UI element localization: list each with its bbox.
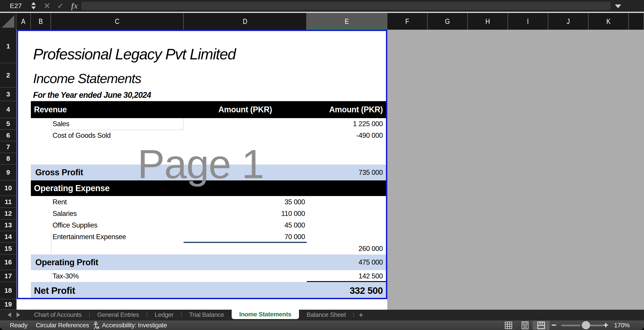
row-header-11[interactable]: 11 bbox=[0, 196, 16, 208]
column-letter: H bbox=[486, 17, 490, 26]
column-letter: C bbox=[115, 17, 119, 26]
column-letter: J bbox=[567, 17, 570, 26]
row-header-8[interactable]: 8 bbox=[0, 153, 16, 165]
sheet-grid[interactable]: Professional Legacy Pvt Limited Income S… bbox=[0, 30, 644, 310]
zoom-in-button[interactable]: + bbox=[603, 321, 608, 330]
row-header-17[interactable]: 17 bbox=[0, 270, 16, 282]
cancel-icon[interactable]: ✕ bbox=[44, 0, 50, 12]
status-circular-references[interactable]: Circular References bbox=[36, 321, 89, 330]
excel-window: E27 ✕ ✓ fx ABCDEFGHIJK Professional Lega… bbox=[0, 0, 644, 330]
column-header-partial[interactable] bbox=[629, 13, 644, 30]
column-header-H[interactable]: H bbox=[468, 13, 508, 30]
zoom-slider-thumb[interactable] bbox=[582, 321, 590, 329]
tabs-scroll-left-icon[interactable] bbox=[8, 312, 11, 317]
column-header-E[interactable]: E bbox=[307, 13, 387, 30]
row-header-5[interactable]: 5 bbox=[0, 118, 16, 130]
column-letter: A bbox=[21, 17, 26, 26]
row-header-7[interactable]: 7 bbox=[0, 141, 16, 153]
name-box[interactable]: E27 bbox=[0, 0, 40, 12]
sheet-tab-bar: Chart of AccountsGeneral EntriesLedgerTr… bbox=[0, 310, 644, 320]
status-ready: Ready bbox=[10, 321, 27, 330]
column-letter: I bbox=[527, 17, 529, 26]
column-letter: G bbox=[445, 17, 450, 26]
column-header-D[interactable]: D bbox=[184, 13, 307, 30]
row-header-9[interactable]: 9 bbox=[0, 165, 16, 180]
row-header-12[interactable]: 12 bbox=[0, 208, 16, 219]
formula-bar: E27 ✕ ✓ fx bbox=[0, 0, 644, 12]
column-headers: ABCDEFGHIJK bbox=[0, 13, 644, 30]
row-header-6[interactable]: 6 bbox=[0, 130, 16, 141]
normal-view-icon[interactable] bbox=[504, 321, 512, 329]
page-layout-view-icon[interactable] bbox=[521, 321, 529, 329]
column-letter: F bbox=[405, 17, 409, 26]
row-header-16[interactable]: 16 bbox=[0, 255, 16, 270]
accessibility-icon bbox=[92, 321, 100, 330]
add-sheet-button[interactable]: + bbox=[354, 310, 368, 320]
status-bar: Ready Circular References Accessibility:… bbox=[0, 320, 644, 330]
column-letter: K bbox=[606, 17, 611, 26]
column-header-G[interactable]: G bbox=[428, 13, 468, 30]
row-header-1[interactable]: 1 bbox=[0, 30, 16, 63]
zoom-out-button[interactable]: − bbox=[552, 321, 556, 330]
select-all-corner[interactable] bbox=[0, 13, 16, 30]
column-header-I[interactable]: I bbox=[508, 13, 548, 30]
column-header-K[interactable]: K bbox=[588, 13, 629, 30]
page-break-border bbox=[17, 30, 387, 299]
column-header-F[interactable]: F bbox=[387, 13, 428, 30]
sheet-tabs: Chart of AccountsGeneral EntriesLedgerTr… bbox=[26, 310, 368, 320]
row-header-4[interactable]: 4 bbox=[0, 101, 16, 118]
select-all-triangle-icon bbox=[2, 15, 14, 28]
row-header-10[interactable]: 10 bbox=[0, 180, 16, 196]
column-letter: B bbox=[39, 17, 43, 26]
column-letter: E bbox=[345, 17, 349, 26]
column-header-A[interactable]: A bbox=[16, 13, 31, 30]
spinner-up-icon[interactable] bbox=[31, 2, 36, 5]
sheet-tab-trial-balance[interactable]: Trial Balance bbox=[182, 310, 232, 320]
sheet-tab-balance-sheet[interactable]: Balance Sheet bbox=[299, 310, 354, 320]
column-header-B[interactable]: B bbox=[31, 13, 51, 30]
tabs-scroll-right-icon[interactable] bbox=[16, 312, 20, 317]
sheet-tab-chart-of-accounts[interactable]: Chart of Accounts bbox=[26, 310, 89, 320]
row-header-3[interactable]: 3 bbox=[0, 88, 16, 101]
name-box-spinner[interactable] bbox=[31, 2, 36, 9]
row-header-13[interactable]: 13 bbox=[0, 219, 16, 231]
column-header-C[interactable]: C bbox=[51, 13, 184, 30]
sheet-tab-inome-statements[interactable]: Inome Statements bbox=[232, 310, 299, 319]
row-header-2[interactable]: 2 bbox=[0, 63, 16, 88]
zoom-level[interactable]: 170% bbox=[614, 321, 630, 330]
row-header-18[interactable]: 18 bbox=[0, 282, 16, 299]
fx-icon[interactable]: fx bbox=[71, 0, 78, 12]
confirm-icon[interactable]: ✓ bbox=[57, 0, 64, 12]
spinner-down-icon[interactable] bbox=[31, 6, 36, 9]
sheet-tab-general-entries[interactable]: General Entries bbox=[90, 310, 147, 320]
row-header-15[interactable]: 15 bbox=[0, 243, 16, 255]
row-header-19[interactable]: 19 bbox=[0, 299, 16, 310]
column-header-J[interactable]: J bbox=[548, 13, 588, 30]
formula-input[interactable] bbox=[82, 2, 610, 10]
cell-reference: E27 bbox=[10, 0, 22, 12]
row-headers: 12345678910111213141516171819 bbox=[0, 30, 17, 310]
status-accessibility[interactable]: Accessibility: Investigate bbox=[102, 321, 167, 330]
column-letter: D bbox=[242, 17, 247, 26]
sheet-tab-ledger[interactable]: Ledger bbox=[147, 310, 181, 320]
formula-bar-expand-icon[interactable] bbox=[615, 4, 621, 8]
page-break-view-icon[interactable] bbox=[537, 321, 545, 329]
row-header-14[interactable]: 14 bbox=[0, 231, 16, 243]
